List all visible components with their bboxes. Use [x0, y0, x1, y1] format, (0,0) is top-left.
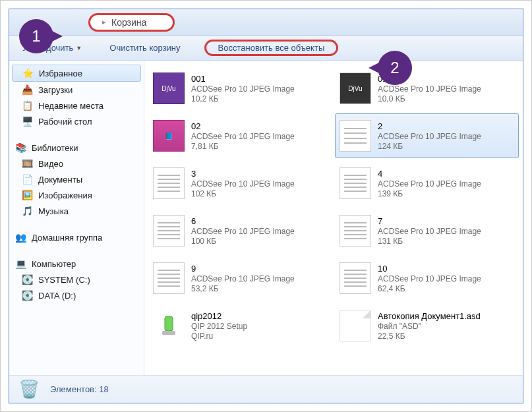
file-thumb-icon	[340, 215, 371, 247]
sidebar-label: Изображения	[38, 191, 92, 200]
file-item[interactable]: 4 ACDSee Pro 10 JPEG Image 139 КБ	[335, 161, 519, 206]
file-type: ACDSee Pro 10 JPEG Image	[191, 274, 295, 283]
sidebar-recent[interactable]: 📋 Недавние места	[9, 98, 144, 113]
sidebar-computer[interactable]: 💻 Компьютер	[9, 256, 144, 272]
file-item[interactable]: 6 ACDSee Pro 10 JPEG Image 100 КБ	[148, 208, 332, 253]
file-name: 001	[191, 74, 295, 84]
sidebar-documents[interactable]: 📄 Документы	[9, 171, 144, 187]
file-name: 9	[191, 264, 295, 274]
star-icon: ⭐	[22, 67, 34, 79]
file-item[interactable]: 📘 02 ACDSee Pro 10 JPEG Image 7,81 КБ	[148, 113, 332, 158]
file-thumb-icon: DjVu	[340, 73, 371, 104]
file-item[interactable]: Автокопия Документ1.asd Файл "ASD" 22,5 …	[335, 303, 519, 348]
status-count: 18	[99, 384, 108, 394]
file-thumb-icon	[340, 262, 371, 294]
libraries-icon: 📚	[15, 142, 26, 154]
file-item[interactable]: DjVu 01 ACDSee Pro 10 JPEG Image 10,0 КБ	[335, 66, 519, 111]
file-item[interactable]: DjVu 001 ACDSee Pro 10 JPEG Image 10,2 К…	[148, 66, 332, 111]
desktop-icon: 🖥️	[21, 115, 33, 127]
restore-all-button[interactable]: Восстановить все объекты	[204, 40, 339, 56]
status-text: Элементов: 18	[50, 384, 109, 394]
status-label: Элементов:	[50, 384, 97, 394]
callout-2: 2	[378, 51, 412, 85]
file-name: 10	[378, 264, 481, 274]
file-thumb-icon	[340, 167, 371, 199]
sidebar-music[interactable]: 🎵 Музыка	[9, 203, 144, 219]
file-name: qip2012	[191, 311, 247, 321]
file-thumb-icon: DjVu	[153, 73, 185, 104]
sidebar-label: Домашняя группа	[32, 233, 102, 243]
file-type: ACDSee Pro 10 JPEG Image	[378, 179, 481, 189]
drive-icon: 💽	[21, 289, 33, 301]
file-size: 100 КБ	[191, 237, 295, 246]
recycle-bin-icon: 🗑️	[18, 379, 40, 400]
file-thumb-icon	[153, 310, 185, 341]
chevron-down-icon: ▼	[76, 45, 82, 51]
documents-icon: 📄	[21, 173, 33, 185]
file-size: 10,2 КБ	[191, 94, 295, 103]
file-size: 10,0 КБ	[378, 94, 481, 103]
sidebar-video[interactable]: 🎞️ Видео	[9, 156, 144, 171]
file-size: 131 КБ	[378, 237, 481, 246]
file-thumb-icon	[153, 262, 185, 294]
file-item[interactable]: qip2012 QIP 2012 Setup QIP.ru	[148, 303, 332, 348]
file-name: 02	[191, 121, 295, 131]
file-item[interactable]: 9 ACDSee Pro 10 JPEG Image 53,2 КБ	[148, 256, 332, 301]
breadcrumb[interactable]: Корзина	[88, 13, 175, 32]
sidebar-label: Видео	[38, 159, 63, 169]
sidebar-drive-d[interactable]: 💽 DATA (D:)	[9, 287, 144, 303]
file-size: 102 КБ	[191, 189, 295, 198]
file-thumb-icon	[340, 310, 371, 341]
homegroup-icon: 👥	[15, 231, 26, 243]
sidebar-label: Документы	[38, 175, 82, 185]
empty-bin-button[interactable]: Очистить корзину	[105, 40, 184, 55]
toolbar: Упорядочить ▼ Очистить корзину Восстанов…	[9, 36, 523, 61]
sidebar-pictures[interactable]: 🖼️ Изображения	[9, 187, 144, 203]
callout-1: 1	[19, 19, 53, 53]
sidebar-drive-c[interactable]: 💽 SYSTEM (C:)	[9, 272, 144, 287]
file-size: 124 КБ	[378, 142, 481, 151]
explorer-window: Корзина Упорядочить ▼ Очистить корзину В…	[9, 9, 523, 403]
file-thumb-icon	[340, 120, 371, 152]
file-item[interactable]: 3 ACDSee Pro 10 JPEG Image 102 КБ	[148, 161, 332, 206]
sidebar-homegroup[interactable]: 👥 Домашняя группа	[9, 229, 144, 245]
video-icon: 🎞️	[21, 158, 33, 169]
file-type: ACDSee Pro 10 JPEG Image	[191, 179, 295, 189]
sidebar: ⭐ Избранное 📥 Загрузки 📋 Недавние места …	[9, 61, 144, 375]
sidebar-favorites[interactable]: ⭐ Избранное	[12, 65, 141, 82]
file-thumb-icon	[153, 167, 185, 199]
file-name: 4	[378, 169, 481, 179]
file-item[interactable]: 10 ACDSee Pro 10 JPEG Image 62,4 КБ	[335, 256, 519, 301]
file-type: QIP 2012 Setup	[191, 322, 247, 331]
file-name: 3	[191, 169, 295, 179]
sidebar-label: Рабочий стол	[38, 117, 92, 127]
sidebar-label: DATA (D:)	[38, 291, 76, 301]
file-type: ACDSee Pro 10 JPEG Image	[378, 227, 481, 236]
sidebar-desktop[interactable]: 🖥️ Рабочий стол	[9, 113, 144, 129]
file-item[interactable]: 2 ACDSee Pro 10 JPEG Image 124 КБ	[335, 113, 519, 158]
breadcrumb-location: Корзина	[111, 17, 146, 28]
file-name: Автокопия Документ1.asd	[378, 311, 481, 321]
file-name: 2	[378, 121, 481, 131]
file-size: 7,81 КБ	[191, 142, 295, 151]
drive-icon: 💽	[21, 274, 33, 285]
file-item[interactable]: 7 ACDSee Pro 10 JPEG Image 131 КБ	[335, 208, 519, 253]
music-icon: 🎵	[21, 205, 33, 217]
downloads-icon: 📥	[21, 84, 33, 96]
sidebar-downloads[interactable]: 📥 Загрузки	[9, 82, 144, 98]
sidebar-label: Компьютер	[32, 259, 76, 269]
file-type: ACDSee Pro 10 JPEG Image	[378, 274, 481, 283]
status-bar: 🗑️ Элементов: 18	[9, 375, 523, 403]
sidebar-label: Недавние места	[38, 101, 103, 111]
sidebar-libraries[interactable]: 📚 Библиотеки	[9, 140, 144, 156]
file-thumb-icon	[153, 215, 185, 247]
sidebar-label: SYSTEM (C:)	[38, 275, 90, 285]
main-area: ⭐ Избранное 📥 Загрузки 📋 Недавние места …	[9, 61, 523, 375]
svg-rect-1	[162, 331, 175, 335]
file-type: ACDSee Pro 10 JPEG Image	[191, 84, 295, 94]
file-name: 6	[191, 216, 295, 226]
file-type: ACDSee Pro 10 JPEG Image	[191, 227, 295, 236]
file-size: 53,2 КБ	[191, 284, 295, 293]
file-type: ACDSee Pro 10 JPEG Image	[378, 84, 481, 94]
recent-icon: 📋	[21, 100, 33, 111]
